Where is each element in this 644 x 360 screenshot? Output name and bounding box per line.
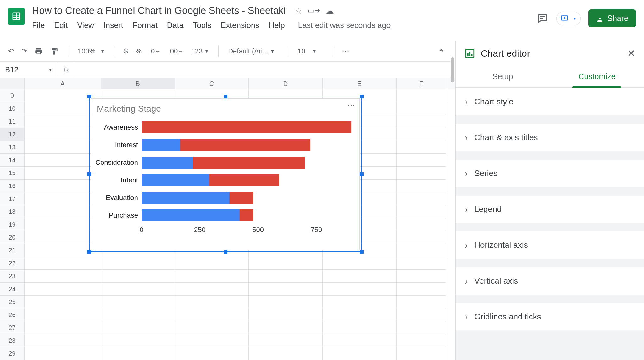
cell[interactable] xyxy=(25,296,101,308)
cell[interactable] xyxy=(25,321,101,334)
editor-section[interactable]: ›Legend xyxy=(456,196,644,223)
column-header[interactable]: B xyxy=(101,78,175,89)
row-header[interactable]: 16 xyxy=(0,180,25,192)
menu-data[interactable]: Data xyxy=(167,21,184,30)
paint-format-icon[interactable] xyxy=(50,47,58,55)
cell[interactable] xyxy=(397,128,446,141)
cell[interactable] xyxy=(323,296,397,308)
cell[interactable] xyxy=(397,218,446,231)
row-header[interactable]: 19 xyxy=(0,218,25,231)
cell[interactable] xyxy=(175,257,249,270)
cell[interactable] xyxy=(175,270,249,283)
resize-handle[interactable] xyxy=(87,172,91,176)
comments-icon[interactable] xyxy=(536,12,549,25)
row-header[interactable]: 26 xyxy=(0,308,25,321)
cell[interactable] xyxy=(323,257,397,270)
resize-handle[interactable] xyxy=(87,95,91,98)
cell[interactable] xyxy=(323,308,397,321)
editor-section[interactable]: ›Chart & axis titles xyxy=(456,124,644,152)
editor-section[interactable]: ›Series xyxy=(456,160,644,187)
more-tools-icon[interactable]: ⋯ xyxy=(342,47,350,56)
cell[interactable] xyxy=(397,296,446,308)
cloud-icon[interactable]: ☁ xyxy=(326,6,334,16)
cell[interactable] xyxy=(175,347,249,360)
close-icon[interactable]: ✕ xyxy=(627,48,635,59)
cell[interactable] xyxy=(175,308,249,321)
cell[interactable] xyxy=(25,257,101,270)
move-icon[interactable]: ▭➔ xyxy=(308,7,320,15)
cell[interactable] xyxy=(101,334,175,347)
row-header[interactable]: 10 xyxy=(0,102,25,115)
cell[interactable] xyxy=(323,321,397,334)
row-header[interactable]: 11 xyxy=(0,115,25,128)
column-header[interactable]: D xyxy=(249,78,323,89)
column-header[interactable]: A xyxy=(25,78,101,89)
collapse-toolbar-icon[interactable] xyxy=(438,47,445,56)
resize-handle[interactable] xyxy=(360,172,364,176)
cell[interactable] xyxy=(397,192,446,205)
cell[interactable] xyxy=(101,347,175,360)
row-header[interactable]: 25 xyxy=(0,296,25,308)
tab-customize[interactable]: Customize xyxy=(550,66,644,87)
name-box[interactable]: B12 ▼ xyxy=(0,62,58,78)
currency-icon[interactable]: $ xyxy=(124,47,128,55)
cell[interactable] xyxy=(249,347,323,360)
menu-insert[interactable]: Insert xyxy=(103,21,123,30)
row-header[interactable]: 12 xyxy=(0,128,25,141)
menu-extensions[interactable]: Extensions xyxy=(221,21,259,30)
more-formats[interactable]: 123▼ xyxy=(191,47,209,55)
menu-format[interactable]: Format xyxy=(133,21,158,30)
cell[interactable] xyxy=(101,270,175,283)
row-header[interactable]: 17 xyxy=(0,192,25,205)
select-all-corner[interactable] xyxy=(0,78,25,89)
last-edit-link[interactable]: Last edit was seconds ago xyxy=(298,21,391,30)
tab-setup[interactable]: Setup xyxy=(456,66,550,87)
row-header[interactable]: 9 xyxy=(0,89,25,102)
editor-section[interactable]: ›Chart style xyxy=(456,88,644,116)
cell[interactable] xyxy=(101,308,175,321)
cell[interactable] xyxy=(249,270,323,283)
row-header[interactable]: 28 xyxy=(0,334,25,347)
print-icon[interactable] xyxy=(35,47,43,55)
cell[interactable] xyxy=(249,308,323,321)
cell[interactable] xyxy=(101,296,175,308)
resize-handle[interactable] xyxy=(224,250,227,254)
cell[interactable] xyxy=(397,283,446,296)
scrollbar[interactable] xyxy=(451,57,454,82)
document-title[interactable]: How to Create a Funnel Chart in Google S… xyxy=(32,5,286,16)
column-header[interactable]: C xyxy=(175,78,249,89)
cell[interactable] xyxy=(25,347,101,360)
cell[interactable] xyxy=(101,283,175,296)
cell[interactable] xyxy=(397,244,446,257)
star-icon[interactable]: ☆ xyxy=(295,6,302,16)
column-header[interactable]: E xyxy=(323,78,397,89)
cell[interactable] xyxy=(323,334,397,347)
editor-section[interactable]: ›Horizontal axis xyxy=(456,231,644,259)
cell[interactable] xyxy=(397,205,446,218)
redo-icon[interactable]: ↷ xyxy=(21,47,27,55)
cell[interactable] xyxy=(397,89,446,102)
cell[interactable] xyxy=(25,334,101,347)
zoom-select[interactable]: 100%▼ xyxy=(78,47,105,55)
row-header[interactable]: 13 xyxy=(0,141,25,154)
row-header[interactable]: 21 xyxy=(0,244,25,257)
menu-help[interactable]: Help xyxy=(269,21,285,30)
cell[interactable] xyxy=(25,283,101,296)
cell[interactable] xyxy=(25,270,101,283)
menu-file[interactable]: File xyxy=(32,21,45,30)
undo-icon[interactable]: ↶ xyxy=(8,47,14,55)
cell[interactable] xyxy=(175,296,249,308)
font-select[interactable]: Default (Ari...▼ xyxy=(228,47,278,55)
row-header[interactable]: 18 xyxy=(0,205,25,218)
row-header[interactable]: 24 xyxy=(0,283,25,296)
cell[interactable] xyxy=(249,296,323,308)
cell[interactable] xyxy=(249,283,323,296)
menu-edit[interactable]: Edit xyxy=(54,21,68,30)
percent-icon[interactable]: % xyxy=(135,47,142,55)
cell[interactable] xyxy=(175,334,249,347)
resize-handle[interactable] xyxy=(360,250,364,254)
cell[interactable] xyxy=(175,283,249,296)
cell[interactable] xyxy=(101,321,175,334)
row-header[interactable]: 29 xyxy=(0,347,25,360)
cell[interactable] xyxy=(249,334,323,347)
